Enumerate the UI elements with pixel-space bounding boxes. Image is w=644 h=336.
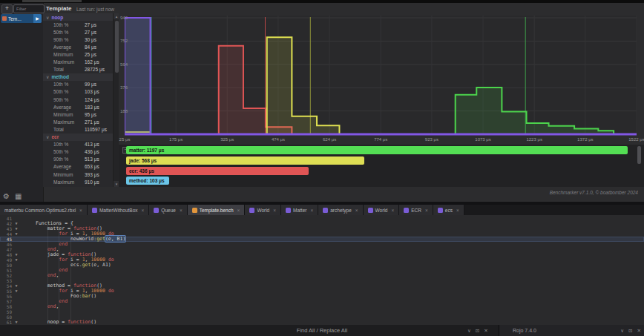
code-line-59[interactable]: 59 — [0, 309, 644, 314]
fold-arrow-icon[interactable]: ▼ — [12, 320, 21, 325]
tab-world[interactable]: World× — [245, 205, 281, 215]
x-tick-label: 1223 μs — [526, 137, 542, 142]
code-line-57[interactable]: 57 end — [0, 299, 644, 304]
code-line-41[interactable]: 41 — [0, 216, 644, 221]
tab-ecr[interactable]: ECR× — [399, 205, 433, 215]
fold-arrow-icon[interactable]: ▼ — [12, 252, 21, 257]
popout-icon[interactable]: ⊡ — [476, 328, 479, 334]
sidebar-item-template[interactable]: Tem... ▶ — [1, 14, 42, 23]
stat-value: 653 μs — [85, 164, 99, 169]
tab-template-bench[interactable]: Template.bench× — [188, 205, 246, 215]
code-line-61[interactable]: 61▼ noop = function() — [0, 320, 644, 325]
code-line-50[interactable]: 50 ecs.get(e, A1) — [0, 263, 644, 268]
stats-panel: ∨noop10th %27 μs50th %27 μs90th %30 μsAv… — [43, 13, 113, 187]
code-line-60[interactable]: 60 — [0, 314, 644, 320]
stat-value: 110597 μs — [85, 127, 107, 132]
chevron-down-icon[interactable]: ∨ — [467, 328, 471, 334]
close-icon[interactable]: × — [142, 208, 145, 213]
code-line-56[interactable]: 56 Foo:bar() — [0, 294, 644, 299]
stat-row: Average653 μs — [43, 163, 113, 171]
y-tick-label: 376 — [120, 85, 128, 90]
fold-arrow-icon[interactable]: ▼ — [12, 226, 21, 231]
code-token: , — [56, 272, 59, 278]
tab-matter[interactable]: Matter× — [281, 205, 318, 215]
line-number: 47 — [0, 247, 12, 252]
window-chrome-hint — [22, 0, 82, 2]
stat-group-name: ecr — [51, 134, 59, 139]
code-line-51[interactable]: 51 end — [0, 268, 644, 273]
code-editor[interactable]: 4142▼Functions = {43▼ matter = function(… — [0, 215, 644, 325]
script-icon — [323, 208, 328, 213]
fold-arrow-icon[interactable]: ▼ — [12, 257, 21, 263]
stat-group-header-noop[interactable]: ∨noop — [43, 13, 113, 21]
code-line-46[interactable]: 46 end — [0, 242, 644, 247]
tab-label: Queue — [161, 208, 176, 213]
code-token: () — [91, 293, 96, 299]
close-icon[interactable]: ✕ — [484, 328, 487, 334]
code-line-47[interactable]: 47 end, — [0, 247, 644, 252]
chevron-down-icon[interactable]: ∨ — [620, 328, 624, 334]
stat-row: 50th %436 μs — [43, 148, 113, 156]
close-icon[interactable]: × — [79, 208, 82, 213]
scrollbar-thumb[interactable] — [115, 21, 119, 73]
close-icon[interactable]: × — [237, 208, 240, 213]
result-bar-matter[interactable]: matter: 1197 μs — [126, 146, 628, 154]
stat-group-header-ecr[interactable]: ∨ecr — [43, 134, 113, 141]
close-icon[interactable]: × — [310, 208, 313, 213]
code-line-58[interactable]: 58 end, — [0, 304, 644, 309]
script-icon — [154, 208, 159, 213]
fold-arrow-icon[interactable]: ▼ — [12, 283, 21, 289]
tab-world[interactable]: World× — [364, 205, 400, 215]
line-number: 50 — [0, 263, 12, 268]
result-bar-method[interactable]: method: 103 μs — [126, 177, 169, 185]
result-bar-ecr[interactable]: ecr: 436 μs — [126, 167, 309, 175]
line-number: 55 — [0, 289, 12, 294]
close-icon[interactable]: × — [391, 208, 394, 213]
stat-row: 90th %513 μs — [43, 156, 113, 163]
stat-row: Minimum95 μs — [43, 111, 113, 118]
tab-label: World — [257, 208, 269, 213]
close-icon[interactable]: × — [355, 208, 358, 213]
panel-controls-left: ∨ ⊡ ✕ — [467, 328, 488, 334]
find-replace-label[interactable]: Find All / Replace All — [297, 327, 347, 334]
code-token: noop = — [36, 319, 68, 325]
bars-scrollbar-thumb[interactable] — [637, 146, 641, 164]
code-token: bar — [82, 293, 91, 299]
line-number: 48 — [0, 252, 12, 257]
close-icon[interactable]: × — [273, 208, 276, 213]
x-tick-label: 325 μs — [220, 137, 234, 142]
stat-label: Total — [46, 127, 85, 132]
filter-input[interactable]: Filter — [13, 4, 45, 13]
code-token: end — [59, 267, 68, 273]
line-number: 42 — [0, 221, 12, 226]
code-line-52[interactable]: 52 end, — [0, 273, 644, 278]
result-bar-jade[interactable]: jade: 568 μs — [126, 157, 364, 165]
report-icon[interactable]: ▦ — [15, 192, 22, 200]
tab-matterbu-common-optimus2-rbxl[interactable]: matterbu Common-Optimus2.rbxl× — [0, 205, 88, 215]
fold-arrow-icon[interactable]: ▼ — [12, 289, 21, 294]
code-line-45[interactable]: 45 newWorld:get(e, B1) — [0, 237, 644, 242]
settings-gear-icon[interactable]: ⚙ — [3, 192, 10, 200]
popout-icon[interactable]: ⊡ — [628, 328, 632, 334]
close-icon[interactable]: ✕ — [637, 328, 641, 334]
chevron-down-icon: ∨ — [46, 74, 49, 79]
fold-arrow-icon[interactable]: ▼ — [12, 231, 21, 237]
tab-ecs[interactable]: ecs× — [433, 205, 464, 215]
close-icon[interactable]: × — [425, 208, 428, 213]
tab-queue[interactable]: Queue× — [149, 205, 187, 215]
tab-matterwithoutbox[interactable]: MatterWithoutBox× — [88, 205, 149, 215]
line-number: 61 — [0, 320, 12, 325]
stat-row: Maximum271 μs — [43, 118, 113, 125]
line-number: 53 — [0, 278, 12, 283]
run-benchmark-button[interactable]: ▶ — [33, 14, 42, 23]
close-icon[interactable]: × — [180, 208, 183, 213]
stat-value: 413 μs — [85, 142, 99, 147]
histogram-plot — [125, 16, 637, 136]
line-number: 45 — [0, 237, 12, 242]
stat-row: 10th %413 μs — [43, 141, 113, 148]
stat-group-header-method[interactable]: ∨method — [43, 73, 113, 81]
add-benchmark-button[interactable]: + — [1, 4, 13, 14]
close-icon[interactable]: × — [456, 208, 459, 213]
fold-arrow-icon[interactable]: ▼ — [12, 221, 21, 226]
tab-archetype[interactable]: archetype× — [318, 205, 363, 215]
